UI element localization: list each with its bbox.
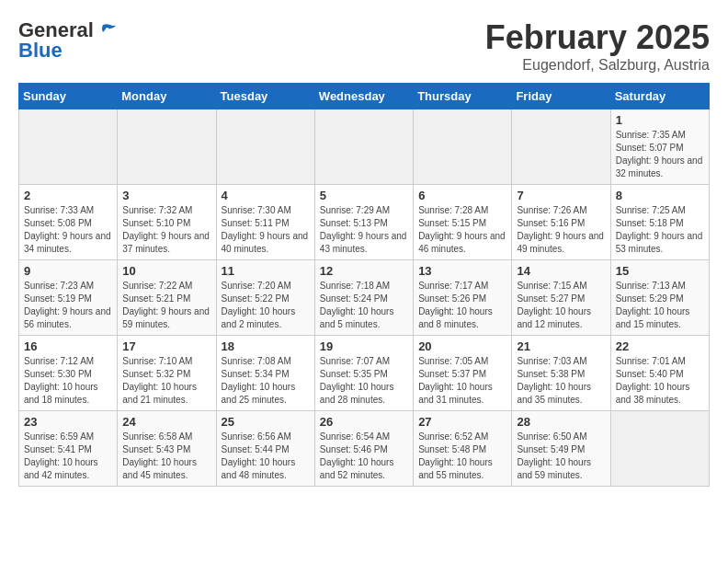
- day-info: Sunrise: 7:01 AM Sunset: 5:40 PM Dayligh…: [616, 355, 704, 407]
- day-info: Sunrise: 7:32 AM Sunset: 5:10 PM Dayligh…: [122, 204, 210, 256]
- day-number: 25: [222, 415, 310, 429]
- calendar-cell: [610, 411, 709, 487]
- day-info: Sunrise: 7:35 AM Sunset: 5:07 PM Dayligh…: [616, 129, 704, 180]
- calendar-week-row: 2Sunrise: 7:33 AM Sunset: 5:08 PM Daylig…: [19, 185, 710, 260]
- day-number: 20: [418, 339, 506, 353]
- calendar-cell: 13Sunrise: 7:17 AM Sunset: 5:26 PM Dayli…: [414, 260, 512, 336]
- calendar-cell: 6Sunrise: 7:28 AM Sunset: 5:15 PM Daylig…: [414, 185, 512, 260]
- calendar-table: SundayMondayTuesdayWednesdayThursdayFrid…: [18, 83, 710, 487]
- logo: General Blue: [18, 18, 116, 63]
- logo-bird-icon: [96, 23, 116, 38]
- day-info: Sunrise: 6:58 AM Sunset: 5:43 PM Dayligh…: [122, 431, 210, 482]
- calendar-week-row: 1Sunrise: 7:35 AM Sunset: 5:07 PM Daylig…: [19, 109, 710, 185]
- calendar-cell: [118, 109, 216, 185]
- day-info: Sunrise: 6:59 AM Sunset: 5:41 PM Dayligh…: [24, 431, 112, 482]
- day-info: Sunrise: 6:52 AM Sunset: 5:48 PM Dayligh…: [418, 431, 506, 482]
- header: General Blue February 2025 Eugendorf, Sa…: [18, 18, 710, 74]
- day-number: 3: [122, 189, 210, 202]
- calendar-cell: 5Sunrise: 7:29 AM Sunset: 5:13 PM Daylig…: [314, 185, 413, 260]
- day-info: Sunrise: 7:15 AM Sunset: 5:27 PM Dayligh…: [517, 280, 605, 331]
- day-number: 18: [222, 339, 310, 353]
- day-info: Sunrise: 6:54 AM Sunset: 5:46 PM Dayligh…: [320, 431, 408, 482]
- day-number: 28: [517, 415, 605, 429]
- day-info: Sunrise: 7:17 AM Sunset: 5:26 PM Dayligh…: [418, 280, 506, 331]
- title-block: February 2025 Eugendorf, Salzburg, Austr…: [485, 18, 710, 74]
- day-header-friday: Friday: [512, 84, 610, 109]
- calendar-cell: 12Sunrise: 7:18 AM Sunset: 5:24 PM Dayli…: [314, 260, 413, 336]
- day-number: 12: [320, 264, 408, 278]
- calendar-cell: 21Sunrise: 7:03 AM Sunset: 5:38 PM Dayli…: [512, 336, 610, 411]
- calendar-cell: [314, 109, 413, 185]
- calendar-cell: 11Sunrise: 7:20 AM Sunset: 5:22 PM Dayli…: [216, 260, 314, 336]
- day-number: 21: [517, 339, 605, 353]
- day-header-sunday: Sunday: [19, 84, 118, 109]
- calendar-cell: 17Sunrise: 7:10 AM Sunset: 5:32 PM Dayli…: [118, 336, 216, 411]
- calendar-cell: 3Sunrise: 7:32 AM Sunset: 5:10 PM Daylig…: [118, 185, 216, 260]
- day-number: 7: [517, 189, 605, 202]
- day-info: Sunrise: 6:56 AM Sunset: 5:44 PM Dayligh…: [222, 431, 310, 482]
- day-number: 8: [616, 189, 704, 202]
- calendar-cell: 23Sunrise: 6:59 AM Sunset: 5:41 PM Dayli…: [19, 411, 118, 487]
- calendar-cell: [414, 109, 512, 185]
- calendar-cell: 8Sunrise: 7:25 AM Sunset: 5:18 PM Daylig…: [610, 185, 709, 260]
- calendar-cell: 20Sunrise: 7:05 AM Sunset: 5:37 PM Dayli…: [414, 336, 512, 411]
- day-info: Sunrise: 7:08 AM Sunset: 5:34 PM Dayligh…: [222, 355, 310, 407]
- calendar-week-row: 16Sunrise: 7:12 AM Sunset: 5:30 PM Dayli…: [19, 336, 710, 411]
- calendar-cell: 24Sunrise: 6:58 AM Sunset: 5:43 PM Dayli…: [118, 411, 216, 487]
- calendar-cell: 28Sunrise: 6:50 AM Sunset: 5:49 PM Dayli…: [512, 411, 610, 487]
- day-info: Sunrise: 7:03 AM Sunset: 5:38 PM Dayligh…: [517, 355, 605, 407]
- calendar-cell: 25Sunrise: 6:56 AM Sunset: 5:44 PM Dayli…: [216, 411, 314, 487]
- day-header-tuesday: Tuesday: [216, 84, 314, 109]
- calendar-cell: [512, 109, 610, 185]
- day-number: 1: [616, 113, 704, 127]
- calendar-cell: 2Sunrise: 7:33 AM Sunset: 5:08 PM Daylig…: [19, 185, 118, 260]
- calendar-cell: 15Sunrise: 7:13 AM Sunset: 5:29 PM Dayli…: [610, 260, 709, 336]
- calendar-title: February 2025: [485, 18, 710, 57]
- day-info: Sunrise: 7:33 AM Sunset: 5:08 PM Dayligh…: [24, 204, 112, 256]
- day-info: Sunrise: 7:22 AM Sunset: 5:21 PM Dayligh…: [122, 280, 210, 331]
- day-number: 10: [122, 264, 210, 278]
- day-number: 16: [24, 339, 112, 353]
- day-info: Sunrise: 7:26 AM Sunset: 5:16 PM Dayligh…: [517, 204, 605, 256]
- calendar-cell: 16Sunrise: 7:12 AM Sunset: 5:30 PM Dayli…: [19, 336, 118, 411]
- day-header-saturday: Saturday: [610, 84, 709, 109]
- calendar-cell: 7Sunrise: 7:26 AM Sunset: 5:16 PM Daylig…: [512, 185, 610, 260]
- day-info: Sunrise: 7:25 AM Sunset: 5:18 PM Dayligh…: [616, 204, 704, 256]
- day-number: 4: [222, 189, 310, 202]
- day-number: 2: [24, 189, 112, 202]
- calendar-week-row: 23Sunrise: 6:59 AM Sunset: 5:41 PM Dayli…: [19, 411, 710, 487]
- calendar-cell: 9Sunrise: 7:23 AM Sunset: 5:19 PM Daylig…: [19, 260, 118, 336]
- day-number: 14: [517, 264, 605, 278]
- day-info: Sunrise: 7:18 AM Sunset: 5:24 PM Dayligh…: [320, 280, 408, 331]
- day-info: Sunrise: 7:23 AM Sunset: 5:19 PM Dayligh…: [24, 280, 112, 331]
- calendar-cell: 4Sunrise: 7:30 AM Sunset: 5:11 PM Daylig…: [216, 185, 314, 260]
- calendar-cell: 27Sunrise: 6:52 AM Sunset: 5:48 PM Dayli…: [414, 411, 512, 487]
- calendar-cell: 18Sunrise: 7:08 AM Sunset: 5:34 PM Dayli…: [216, 336, 314, 411]
- calendar-cell: 14Sunrise: 7:15 AM Sunset: 5:27 PM Dayli…: [512, 260, 610, 336]
- calendar-cell: 1Sunrise: 7:35 AM Sunset: 5:07 PM Daylig…: [610, 109, 709, 185]
- day-number: 11: [222, 264, 310, 278]
- calendar-cell: 19Sunrise: 7:07 AM Sunset: 5:35 PM Dayli…: [314, 336, 413, 411]
- calendar-week-row: 9Sunrise: 7:23 AM Sunset: 5:19 PM Daylig…: [19, 260, 710, 336]
- day-number: 5: [320, 189, 408, 202]
- day-info: Sunrise: 7:13 AM Sunset: 5:29 PM Dayligh…: [616, 280, 704, 331]
- calendar-header-row: SundayMondayTuesdayWednesdayThursdayFrid…: [19, 84, 710, 109]
- day-info: Sunrise: 6:50 AM Sunset: 5:49 PM Dayligh…: [517, 431, 605, 482]
- calendar-cell: [19, 109, 118, 185]
- day-info: Sunrise: 7:29 AM Sunset: 5:13 PM Dayligh…: [320, 204, 408, 256]
- day-info: Sunrise: 7:12 AM Sunset: 5:30 PM Dayligh…: [24, 355, 112, 407]
- day-number: 27: [418, 415, 506, 429]
- day-number: 17: [122, 339, 210, 353]
- day-info: Sunrise: 7:30 AM Sunset: 5:11 PM Dayligh…: [222, 204, 310, 256]
- calendar-cell: 26Sunrise: 6:54 AM Sunset: 5:46 PM Dayli…: [314, 411, 413, 487]
- calendar-cell: [216, 109, 314, 185]
- day-number: 19: [320, 339, 408, 353]
- calendar-cell: 10Sunrise: 7:22 AM Sunset: 5:21 PM Dayli…: [118, 260, 216, 336]
- calendar-cell: 22Sunrise: 7:01 AM Sunset: 5:40 PM Dayli…: [610, 336, 709, 411]
- calendar-subtitle: Eugendorf, Salzburg, Austria: [485, 57, 710, 74]
- day-number: 6: [418, 189, 506, 202]
- day-number: 26: [320, 415, 408, 429]
- day-info: Sunrise: 7:20 AM Sunset: 5:22 PM Dayligh…: [222, 280, 310, 331]
- day-number: 22: [616, 339, 704, 353]
- day-number: 9: [24, 264, 112, 278]
